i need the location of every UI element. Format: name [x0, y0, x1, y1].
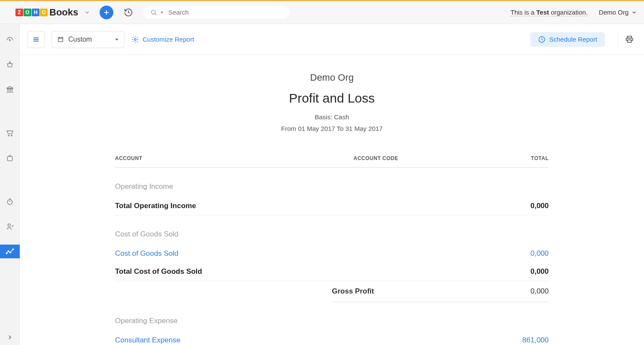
svg-point-14 [11, 135, 12, 136]
section-cogs: Cost of Goods Sold [115, 215, 549, 245]
report-basis: Basis: Cash [46, 113, 618, 121]
bag-icon[interactable] [0, 151, 20, 165]
svg-rect-27 [58, 37, 63, 42]
timer-icon[interactable] [0, 195, 20, 209]
chevron-down-icon[interactable] [84, 9, 90, 15]
svg-point-21 [8, 251, 9, 252]
reports-icon[interactable] [0, 245, 20, 258]
calendar-icon [57, 36, 64, 43]
gross-profit-row: Gross Profit 0,000 [332, 281, 549, 302]
accountant-icon[interactable] [0, 220, 20, 233]
report-table: ACCOUNT ACCOUNT CODE TOTAL Operating Inc… [115, 149, 549, 345]
basket-icon[interactable] [0, 58, 20, 71]
report-org-name: Demo Org [46, 72, 618, 83]
sidebar-rail [0, 24, 20, 345]
svg-point-2 [152, 10, 155, 14]
expand-sidebar-icon[interactable] [6, 334, 13, 341]
svg-rect-38 [628, 39, 631, 42]
org-selector[interactable]: Demo Org [599, 9, 637, 16]
section-operating-expense: Operating Expense [115, 302, 549, 331]
topbar: ZOHO Books This is a Test organization. … [0, 0, 644, 24]
col-account: ACCOUNT [115, 155, 354, 161]
logo-text: Books [49, 7, 78, 18]
table-row: Total Cost of Goods Sold 0,000 [115, 263, 549, 281]
search-input-wrap[interactable] [143, 6, 289, 18]
print-icon[interactable] [618, 33, 636, 46]
svg-marker-4 [161, 12, 164, 13]
svg-rect-15 [7, 157, 12, 161]
gear-icon [131, 36, 139, 43]
col-account-code: ACCOUNT CODE [354, 155, 462, 161]
svg-point-35 [134, 38, 137, 40]
search-input[interactable] [168, 9, 283, 16]
schedule-report-button[interactable]: Schedule Report [530, 32, 605, 47]
report-body: Demo Org Profit and Loss Basis: Cash Fro… [20, 55, 644, 345]
svg-point-22 [9, 252, 11, 253]
search-icon [150, 9, 157, 16]
svg-point-23 [12, 249, 14, 250]
report-title: Profit and Loss [46, 91, 618, 106]
caret-down-icon[interactable] [160, 10, 164, 15]
table-row[interactable]: Consultant Expense 861,000 [115, 331, 549, 345]
svg-point-13 [8, 135, 9, 136]
svg-rect-7 [7, 88, 12, 89]
clock-icon [538, 36, 546, 43]
customize-report-button[interactable]: Customize Report [131, 36, 194, 43]
svg-line-3 [155, 14, 156, 15]
table-header: ACCOUNT ACCOUNT CODE TOTAL [115, 149, 549, 168]
bank-icon[interactable] [0, 82, 20, 96]
table-row[interactable]: Cost of Goods Sold 0,000 [115, 245, 549, 263]
app-logo[interactable]: ZOHO Books [0, 7, 100, 18]
section-operating-income: Operating Income [115, 168, 549, 197]
svg-point-20 [6, 253, 7, 254]
chevron-down-icon [631, 9, 637, 15]
date-range-select[interactable]: Custom [52, 31, 125, 48]
report-date-range: From 01 May 2017 To 31 May 2017 [46, 125, 618, 132]
svg-marker-34 [115, 39, 118, 40]
history-icon[interactable] [124, 8, 133, 17]
report-toolbar: Custom Customize Report Schedule Report [20, 24, 644, 55]
col-total: TOTAL [462, 155, 549, 161]
dashboard-icon[interactable] [0, 33, 20, 46]
cart-icon[interactable] [0, 126, 20, 140]
caret-down-icon [115, 37, 119, 42]
add-button[interactable] [100, 6, 113, 19]
menu-toggle-button[interactable] [27, 31, 45, 48]
table-row: Total Operating Income 0,000 [115, 197, 549, 215]
test-org-notice[interactable]: This is a Test organization. [510, 9, 588, 16]
svg-point-19 [8, 224, 10, 227]
